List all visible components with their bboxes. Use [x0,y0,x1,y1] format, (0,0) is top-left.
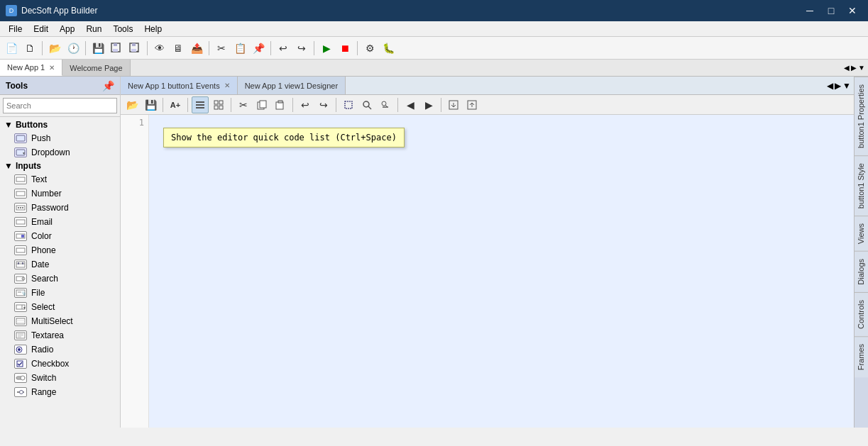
panel-views[interactable]: Views [855,216,868,251]
panel-dialogs[interactable]: Dialogs [855,251,868,292]
toolbar-debug[interactable]: 🐛 [380,40,397,57]
menu-help[interactable]: Help [138,23,167,35]
tool-email[interactable]: Email [0,215,120,229]
editor-paste-block-btn[interactable] [272,96,289,113]
tool-phone[interactable]: Phone [0,243,120,257]
tool-textarea[interactable]: Textarea [0,328,120,342]
toolbar-stop[interactable]: ⏹ [336,40,353,57]
toolbar-export[interactable]: 📤 [188,40,205,57]
editor-tab-designer[interactable]: New App 1 view1 Designer [238,77,346,94]
tool-email-icon [14,217,27,227]
editor-font-btn[interactable]: A+ [167,96,184,113]
editor-copy-block-btn[interactable] [253,96,270,113]
svg-point-40 [18,348,21,351]
tool-checkbox[interactable]: Checkbox [0,357,120,371]
tool-search[interactable]: Search [0,272,120,286]
editor-export-btn[interactable] [445,96,462,113]
tool-push[interactable]: Push [0,131,120,145]
panel-frames[interactable]: Frames [855,336,868,377]
editor-tab-events-close[interactable]: ✕ [224,82,230,89]
tool-dropdown[interactable]: ▼ Dropdown [0,145,120,160]
tool-select[interactable]: ▼ Select [0,300,120,314]
editor-tab-next[interactable]: ▶ [835,81,841,91]
editor-grid-btn[interactable] [210,96,227,113]
tool-switch[interactable]: Switch [0,371,120,385]
editor-next-btn[interactable]: ▶ [420,96,437,113]
editor-cut-btn[interactable]: ✂ [235,96,252,113]
section-buttons[interactable]: ▼ Buttons [0,118,120,131]
tool-text[interactable]: Text [0,172,120,186]
panel-button-style[interactable]: button1 Style [855,155,868,216]
editor-open-btn[interactable]: 📂 [123,96,141,113]
tool-number[interactable]: Number [0,186,120,201]
menu-app[interactable]: App [54,23,80,35]
toolbar-paste[interactable]: 📌 [250,40,267,57]
tools-pin-button[interactable]: 📌 [102,80,114,91]
doc-tab-welcome[interactable]: Welcome Page [62,60,130,76]
toolbar-run[interactable]: ▶ [318,40,335,57]
toolbar-save[interactable]: 💾 [89,40,106,57]
toolbar-redo[interactable]: ↪ [293,40,310,57]
code-content[interactable]: Show the editor quick code list (Ctrl+Sp… [149,115,854,428]
editor-select-btn[interactable] [340,96,357,113]
tool-range[interactable]: Range [0,385,120,399]
menu-tools[interactable]: Tools [107,23,138,35]
tool-radio[interactable]: Radio [0,342,120,357]
tool-email-label: Email [31,217,53,227]
svg-rect-18 [21,235,24,238]
tool-file[interactable]: 📎 File [0,286,120,300]
svg-text:+: + [136,49,139,53]
editor-tab-events[interactable]: New App 1 button1 Events ✕ [121,77,238,94]
tool-password[interactable]: Password [0,201,120,215]
toolbar-copy[interactable]: 📋 [231,40,248,57]
doc-tab-next[interactable]: ▶ [851,64,857,72]
panel-button-properties[interactable]: button1 Properties [855,77,868,155]
tool-color[interactable]: Color [0,229,120,243]
editor-find-btn[interactable] [358,96,375,113]
editor-tab-list[interactable]: ▼ [842,81,851,91]
editor-import-btn[interactable] [463,96,480,113]
svg-text:📎: 📎 [22,291,26,296]
toolbar-open[interactable]: 📂 [46,40,63,57]
menu-edit[interactable]: Edit [28,23,54,35]
doc-tab-new-app[interactable]: New App 1 ✕ [0,60,62,76]
editor-save-btn[interactable]: 💾 [142,96,159,113]
doc-tab-prev[interactable]: ◀ [844,64,850,72]
toolbar-save-as[interactable]: + [126,40,143,57]
menu-run[interactable]: Run [80,23,107,35]
doc-tab-close[interactable]: ✕ [49,64,55,72]
tool-multiselect[interactable]: MultiSelect [0,314,120,328]
tool-date[interactable]: Date [0,257,120,272]
editor-redo-btn[interactable]: ↪ [315,96,332,113]
tool-phone-label: Phone [31,245,56,255]
menu-file[interactable]: File [3,23,28,35]
toolbar-preview-win[interactable]: 🖥 [170,40,187,57]
toolbar-config[interactable]: ⚙ [361,40,378,57]
tools-search-input[interactable] [3,98,117,113]
toolbar-sep-6 [314,41,314,55]
toolbar-preview[interactable]: 👁 [151,40,168,57]
editor-prev-btn[interactable]: ◀ [402,96,419,113]
editor-undo-btn[interactable]: ↩ [297,96,314,113]
editor-find-replace-btn[interactable] [377,96,394,113]
close-button[interactable]: ✕ [842,3,862,18]
toolbar-new[interactable]: 📄 [3,40,20,57]
doc-tab-list[interactable]: ▼ [858,64,865,72]
toolbar-open-recent[interactable]: 🕐 [65,40,82,57]
section-inputs[interactable]: ▼ Inputs [0,160,120,172]
tools-title: Tools [6,81,28,91]
tool-radio-label: Radio [31,345,53,355]
editor-list-btn[interactable] [192,96,209,113]
toolbar-undo[interactable]: ↩ [275,40,292,57]
toolbar-new-window[interactable]: 🗋 [21,40,38,57]
tool-switch-icon [14,373,27,383]
tool-range-icon [14,387,27,397]
tool-push-icon [14,133,27,143]
toolbar-cut[interactable]: ✂ [213,40,230,57]
panel-controls[interactable]: Controls [855,292,868,336]
toolbar-save-all[interactable] [108,40,125,57]
doc-tab-welcome-label: Welcome Page [70,64,122,72]
minimize-button[interactable]: ─ [800,3,820,18]
editor-tab-prev[interactable]: ◀ [827,81,833,91]
maximize-button[interactable]: □ [821,3,841,18]
